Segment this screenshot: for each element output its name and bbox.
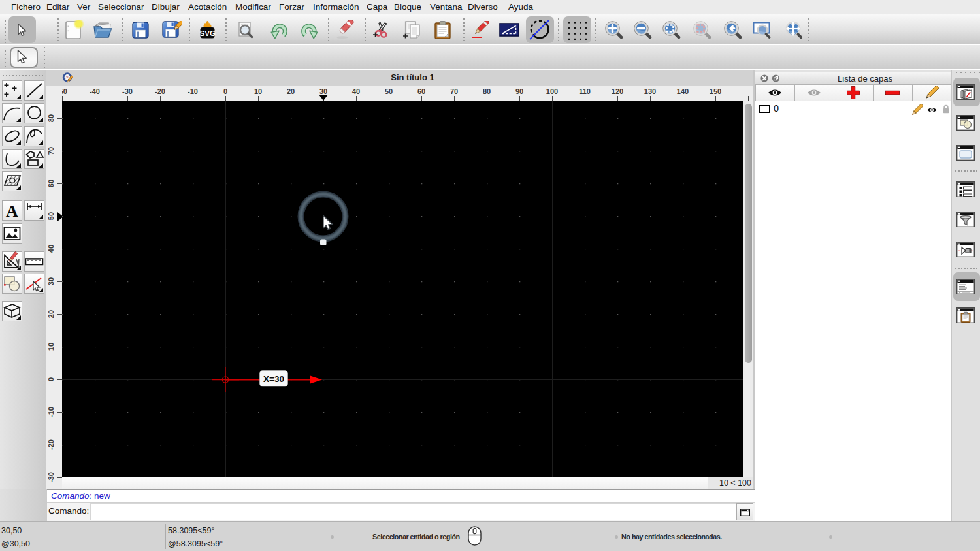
svg-text:SVG: SVG	[200, 29, 216, 37]
svg-text:A: A	[6, 202, 18, 221]
svg-text:X=30: X=30	[263, 374, 284, 384]
